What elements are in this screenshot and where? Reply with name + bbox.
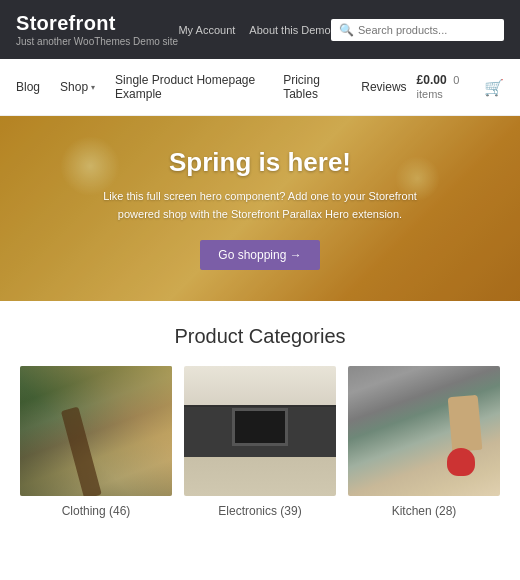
nav-items-left: Blog Shop ▾ Single Product Homepage Exam… <box>16 59 417 115</box>
category-image-electronics <box>184 366 336 496</box>
site-title: Storefront <box>16 12 178 35</box>
hero-title: Spring is here! <box>90 147 430 178</box>
categories-section: Product Categories Clothing (46) Electro… <box>0 301 520 538</box>
about-demo-link[interactable]: About this Demo <box>249 24 330 36</box>
categories-title: Product Categories <box>16 325 504 348</box>
category-image-clothing <box>20 366 172 496</box>
site-tagline: Just another WooThemes Demo site <box>16 36 178 47</box>
category-card-electronics[interactable]: Electronics (39) <box>184 366 336 518</box>
brand: Storefront Just another WooThemes Demo s… <box>16 12 178 47</box>
header-nav: My Account About this Demo <box>178 24 330 36</box>
category-card-kitchen[interactable]: Kitchen (28) <box>348 366 500 518</box>
cart-total: £0.00 0 items <box>417 73 476 101</box>
nav-item-blog[interactable]: Blog <box>16 66 50 108</box>
hero-content: Spring is here! Like this full screen he… <box>70 147 450 269</box>
search-input[interactable] <box>358 24 496 36</box>
search-box: 🔍 <box>331 19 504 41</box>
nav-item-shop[interactable]: Shop ▾ <box>50 66 105 108</box>
category-label-electronics: Electronics (39) <box>184 504 336 518</box>
main-nav: Blog Shop ▾ Single Product Homepage Exam… <box>0 59 520 116</box>
nav-item-pricing[interactable]: Pricing Tables <box>273 59 351 115</box>
categories-grid: Clothing (46) Electronics (39) Kitchen (… <box>16 366 504 518</box>
nav-item-single-product[interactable]: Single Product Homepage Example <box>105 59 273 115</box>
chevron-down-icon: ▾ <box>91 83 95 92</box>
search-icon: 🔍 <box>339 23 354 37</box>
nav-item-reviews[interactable]: Reviews <box>351 66 416 108</box>
cart-icon[interactable]: 🛒 <box>484 78 504 97</box>
my-account-link[interactable]: My Account <box>178 24 235 36</box>
hero-subtitle: Like this full screen hero component? Ad… <box>90 188 430 223</box>
hero-section: Spring is here! Like this full screen he… <box>0 116 520 301</box>
category-label-kitchen: Kitchen (28) <box>348 504 500 518</box>
hero-cta-button[interactable]: Go shopping → <box>200 240 319 270</box>
category-label-clothing: Clothing (46) <box>20 504 172 518</box>
category-image-kitchen <box>348 366 500 496</box>
site-header: Storefront Just another WooThemes Demo s… <box>0 0 520 59</box>
category-card-clothing[interactable]: Clothing (46) <box>20 366 172 518</box>
cart-area: £0.00 0 items 🛒 <box>417 73 504 101</box>
